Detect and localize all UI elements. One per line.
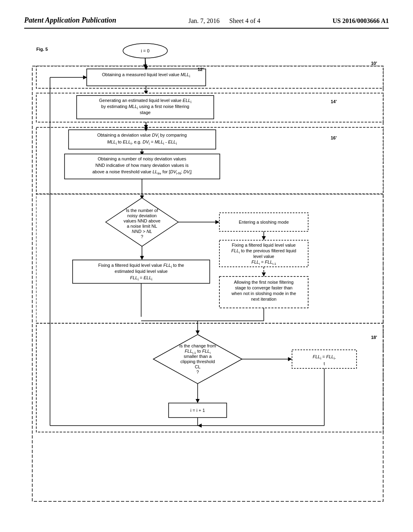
- arrowhead-fix-converge: [262, 272, 266, 276]
- fix-right-text3: level value: [253, 254, 274, 259]
- d2-text4: clipping threshold: [180, 359, 215, 364]
- ref-12: 12': [198, 67, 204, 72]
- converge-text1: Allowing the first noise filtering: [234, 280, 294, 285]
- publication-date: Jan. 7, 2016: [188, 17, 219, 24]
- ref-10: 10': [371, 61, 377, 66]
- converge-text4: next iteration: [251, 297, 277, 301]
- box16-region: [36, 194, 383, 323]
- diagram-area: Fig. 5 i = 0 10' Obtaining a measured li…: [24, 37, 389, 508]
- converge-text2: stage to converge faster than: [235, 285, 292, 290]
- flowchart-svg: Fig. 5 i = 0 10' Obtaining a measured li…: [24, 37, 389, 508]
- ref-16: 16': [331, 135, 337, 140]
- d1-text2: noisy deviation: [127, 213, 157, 218]
- d1-text6: ?: [141, 234, 143, 239]
- d1-text1: Is the number of: [126, 208, 158, 213]
- box-slosh-text: Entering a sloshing mode: [239, 220, 289, 224]
- publication-title: Patent Application Publication: [24, 16, 116, 25]
- d1-text3: values NND above: [123, 218, 161, 223]
- d2-text6: ?: [196, 370, 199, 374]
- inc-text: i = i + 1: [190, 408, 205, 413]
- d2-text3: smaller than a: [184, 354, 212, 359]
- box3b-text1: Obtaining a number of noisy deviation va…: [98, 156, 186, 161]
- d2-text5: CL: [195, 364, 200, 369]
- fig-label: Fig. 5: [36, 47, 48, 52]
- arrowhead-d2-clip: [288, 357, 292, 361]
- d1-text5: NND > NL: [132, 229, 152, 234]
- arrowhead-d1-slosh: [215, 220, 219, 224]
- patent-number: US 2016/0003666 A1: [332, 17, 389, 25]
- fix-left-text2: estimated liquid level value: [115, 269, 167, 274]
- d2-text1: Is the change from: [179, 343, 216, 348]
- clip-text2: t: [323, 361, 325, 366]
- page: Patent Application Publication Jan. 7, 2…: [0, 0, 413, 532]
- arrowhead-clip-join2: [198, 424, 202, 428]
- box1-inner: [87, 69, 206, 86]
- d1-text4: a noise limit NL: [127, 224, 157, 229]
- page-header: Patent Application Publication Jan. 7, 2…: [24, 16, 389, 29]
- start-label: i = 0: [141, 48, 149, 53]
- arrowhead-d1-fixleft: [140, 256, 144, 260]
- ref-14: 14': [331, 99, 337, 104]
- arrowhead-slosh-fix: [262, 236, 266, 240]
- fix-right-text1: Fixing a filtered liquid level value: [232, 243, 296, 247]
- arrowhead-join-d2: [196, 330, 200, 335]
- ref-18: 18': [371, 335, 377, 340]
- date-sheet: Jan. 7, 2016 Sheet 4 of 4: [188, 17, 260, 25]
- converge-text3: when not in sloshing mode in the: [231, 291, 296, 296]
- box3b-text2: NND indicative of how many deviation val…: [95, 163, 189, 168]
- box2-text3: stage: [140, 110, 151, 115]
- sheet-number: Sheet 4 of 4: [229, 17, 261, 24]
- arrowhead-d2-inc: [196, 399, 200, 403]
